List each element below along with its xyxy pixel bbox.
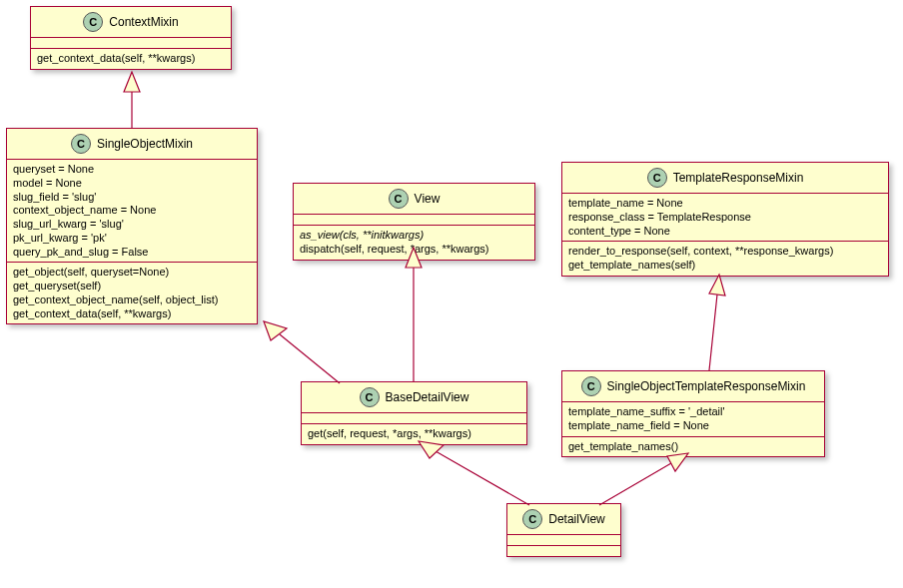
class-methods: render_to_response(self, context, **resp… xyxy=(562,242,888,276)
class-templateresponsemixin: C TemplateResponseMixin template_name = … xyxy=(561,162,889,277)
attr-item: context_object_name = None xyxy=(13,204,251,218)
class-attrs xyxy=(31,38,231,49)
class-name-label: TemplateResponseMixin xyxy=(673,171,804,185)
attr-item: queryset = None xyxy=(13,163,251,177)
inherit-singleobjecttrm-trm xyxy=(709,275,725,370)
svg-marker-7 xyxy=(709,275,725,295)
class-singleobjecttemplateresponsemixin: C SingleObjectTemplateResponseMixin temp… xyxy=(561,370,825,457)
attr-item: pk_url_kwarg = 'pk' xyxy=(13,232,251,246)
inherit-basedetailview-view xyxy=(406,248,422,381)
inherit-detailview-basedetailview xyxy=(419,441,529,505)
attr-item: template_name_field = None xyxy=(568,419,818,433)
method-item-abstract: as_view(cls, **initkwargs) xyxy=(300,229,528,243)
class-detailview: C DetailView xyxy=(506,503,621,557)
class-methods xyxy=(507,546,620,556)
class-methods: get(self, request, *args, **kwargs) xyxy=(302,424,526,444)
svg-line-2 xyxy=(280,334,340,383)
attr-item: template_name_suffix = '_detail' xyxy=(568,405,818,419)
class-methods: get_object(self, queryset=None) get_quer… xyxy=(7,263,257,323)
attr-item: slug_url_kwarg = 'slug' xyxy=(13,218,251,232)
class-type-icon: C xyxy=(360,387,380,407)
class-header: C TemplateResponseMixin xyxy=(562,163,888,194)
svg-line-8 xyxy=(436,451,529,505)
class-type-icon: C xyxy=(522,509,542,529)
class-name-label: SingleObjectTemplateResponseMixin xyxy=(607,379,806,393)
class-header: C BaseDetailView xyxy=(302,382,526,413)
inherit-detailview-singleobjecttrm xyxy=(599,453,688,505)
class-basedetailview: C BaseDetailView get(self, request, *arg… xyxy=(301,381,527,445)
class-view: C View as_view(cls, **initkwargs) dispat… xyxy=(293,183,535,261)
method-item: get_context_data(self, **kwargs) xyxy=(37,52,225,66)
class-header: C SingleObjectTemplateResponseMixin xyxy=(562,371,824,402)
inherit-basedetailview-singleobjectmixin xyxy=(264,321,340,383)
svg-marker-3 xyxy=(264,321,287,340)
class-singleobjectmixin: C SingleObjectMixin queryset = None mode… xyxy=(6,128,258,324)
svg-line-10 xyxy=(599,463,671,505)
attr-item: model = None xyxy=(13,177,251,191)
class-attrs xyxy=(294,215,534,226)
class-type-icon: C xyxy=(581,376,601,396)
class-attrs: template_name_suffix = '_detail' templat… xyxy=(562,402,824,437)
class-name-label: SingleObjectMixin xyxy=(97,137,193,151)
class-type-icon: C xyxy=(83,12,103,32)
attr-item: slug_field = 'slug' xyxy=(13,191,251,205)
class-methods: as_view(cls, **initkwargs) dispatch(self… xyxy=(294,226,534,260)
class-type-icon: C xyxy=(389,189,409,209)
class-attrs: template_name = None response_class = Te… xyxy=(562,194,888,242)
attr-item: response_class = TemplateResponse xyxy=(568,211,882,225)
attr-item: query_pk_and_slug = False xyxy=(13,246,251,260)
class-name-label: ContextMixin xyxy=(109,15,178,29)
method-item: render_to_response(self, context, **resp… xyxy=(568,245,882,259)
class-header: C DetailView xyxy=(507,504,620,535)
class-name-label: View xyxy=(415,192,441,206)
class-attrs: queryset = None model = None slug_field … xyxy=(7,160,257,263)
class-attrs xyxy=(302,413,526,424)
class-header: C View xyxy=(294,184,534,215)
svg-line-6 xyxy=(709,294,717,370)
attr-item: template_name = None xyxy=(568,197,882,211)
class-type-icon: C xyxy=(647,168,667,188)
class-name-label: DetailView xyxy=(548,512,604,526)
method-item: get_object(self, queryset=None) xyxy=(13,266,251,280)
method-item: get_context_data(self, **kwargs) xyxy=(13,307,251,321)
class-methods: get_template_names() xyxy=(562,437,824,457)
class-header: C SingleObjectMixin xyxy=(7,129,257,160)
class-attrs xyxy=(507,535,620,546)
method-item: dispatch(self, request, *args, **kwargs) xyxy=(300,243,528,257)
method-item: get(self, request, *args, **kwargs) xyxy=(308,427,520,441)
class-type-icon: C xyxy=(71,134,91,154)
svg-marker-1 xyxy=(124,72,140,92)
method-item: get_template_names(self) xyxy=(568,259,882,273)
class-name-label: BaseDetailView xyxy=(386,390,469,404)
class-contextmixin: C ContextMixin get_context_data(self, **… xyxy=(30,6,232,70)
method-item: get_queryset(self) xyxy=(13,280,251,294)
class-methods: get_context_data(self, **kwargs) xyxy=(31,49,231,69)
method-item: get_template_names() xyxy=(568,440,818,454)
method-item: get_context_object_name(self, object_lis… xyxy=(13,294,251,307)
inherit-singleobjectmixin-contextmixin xyxy=(124,72,140,128)
attr-item: content_type = None xyxy=(568,225,882,239)
class-header: C ContextMixin xyxy=(31,7,231,38)
